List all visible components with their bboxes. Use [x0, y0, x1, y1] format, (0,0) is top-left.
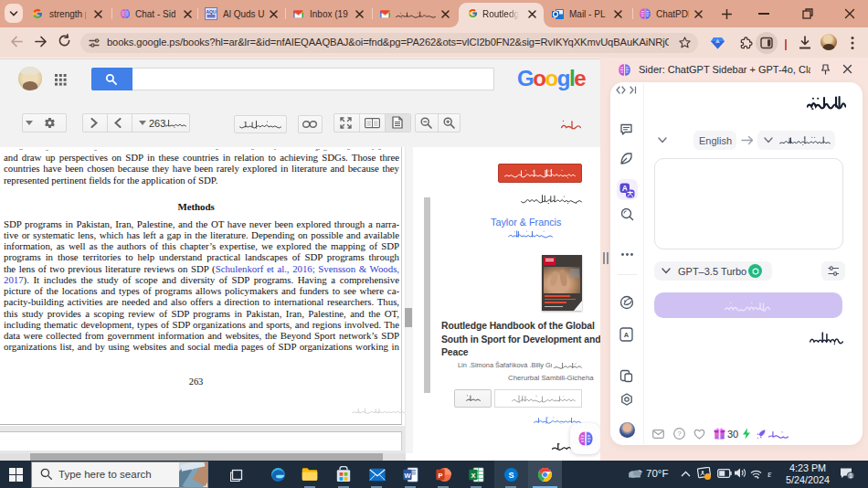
svg-text:1: 1 — [849, 472, 852, 479]
svg-text:AQU: AQU — [206, 9, 217, 15]
svg-text:S: S — [508, 471, 513, 480]
svg-text:?: ? — [677, 430, 682, 438]
svg-text:X: X — [471, 472, 475, 480]
svg-text:A: A — [624, 331, 630, 339]
svg-text:P: P — [438, 472, 442, 480]
svg-text:W: W — [404, 472, 410, 480]
